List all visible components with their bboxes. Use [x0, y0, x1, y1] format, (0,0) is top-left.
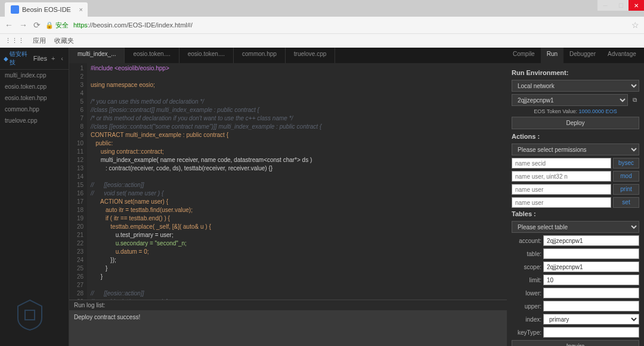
watermark-logo — [12, 297, 48, 334]
action-param-input[interactable] — [512, 184, 611, 195]
code-content[interactable]: #include <eosiolib/eosio.hpp> using name… — [87, 63, 333, 300]
sidebar-file-item[interactable]: common.hpp — [0, 104, 69, 115]
editor-tab[interactable]: eosio.token.... — [179, 48, 234, 63]
window-controls: ─ ☐ ✕ — [597, 0, 644, 11]
editor-tab[interactable]: multi_index_... — [69, 48, 125, 63]
field-label: limit: — [512, 277, 541, 283]
back-icon[interactable]: ← — [5, 20, 13, 30]
collapse-icon[interactable]: ‹ — [59, 55, 65, 62]
table-field-input[interactable] — [543, 301, 639, 311]
tab-close-icon[interactable]: × — [79, 6, 82, 13]
right-tab[interactable]: Run — [541, 48, 564, 63]
table-field-input[interactable] — [543, 235, 639, 246]
secure-badge: 🔒 安全 — [45, 21, 69, 30]
table-field-input[interactable] — [543, 288, 639, 298]
sidebar-file-item[interactable]: eosio.token.cpp — [0, 81, 69, 92]
field-label: lower: — [512, 290, 541, 297]
close-button[interactable]: ✕ — [628, 0, 644, 11]
table-field-select[interactable]: primary — [543, 314, 639, 325]
sidebar-file-item[interactable]: truelove.cpp — [0, 115, 69, 126]
sidebar-header: ◆链安科技 Files + ‹ — [0, 48, 69, 70]
env-title: Run Environment: — [512, 69, 639, 76]
editor-tab[interactable]: common.hpp — [234, 48, 286, 63]
run-panel: Run Environment: Local network 2qjjzepcn… — [507, 63, 644, 346]
copy-icon[interactable]: ⧉ — [630, 95, 639, 105]
tables-title: Tables : — [512, 210, 639, 217]
svg-rect-0 — [25, 310, 35, 320]
deploy-button[interactable]: Deploy — [512, 117, 639, 129]
field-label: upper: — [512, 303, 541, 310]
forward-icon[interactable]: → — [19, 20, 27, 30]
tab-favicon — [11, 5, 19, 14]
run-log: Run log list: Deploy contract success! — [69, 300, 507, 346]
action-button[interactable]: bysec — [613, 158, 639, 169]
permissions-select[interactable]: Please select permissions — [512, 144, 639, 155]
main-panel: multi_index_...eosio.token....eosio.toke… — [69, 48, 507, 346]
line-gutter: 1234567891011121314151617181920212223242… — [69, 63, 87, 300]
reload-icon[interactable]: ⟳ — [33, 20, 41, 30]
action-param-input[interactable] — [512, 158, 611, 169]
field-label: scope: — [512, 264, 541, 270]
sidebar-file-item[interactable]: multi_index.cpp — [0, 70, 69, 81]
bookmark-star-icon[interactable]: ☆ — [631, 20, 639, 30]
right-tab[interactable]: Compile — [507, 48, 541, 63]
table-field-input[interactable] — [543, 275, 639, 285]
inquire-button[interactable]: Inquire — [512, 340, 639, 346]
bookmark-item[interactable]: 收藏夹 — [54, 36, 74, 45]
field-label: index: — [512, 316, 541, 323]
bookmark-bar: ⋮⋮⋮ 应用 收藏夹 — [0, 33, 644, 48]
maximize-button[interactable]: ☐ — [613, 0, 628, 11]
table-field-input[interactable] — [543, 261, 639, 272]
actions-title: Actions : — [512, 133, 639, 140]
add-file-icon[interactable]: + — [49, 55, 57, 62]
field-label: table: — [512, 251, 541, 257]
app-logo: ◆链安科技 — [4, 50, 31, 67]
lock-icon: 🔒 — [45, 21, 54, 29]
network-select[interactable]: Local network — [512, 80, 639, 92]
app-root: ◆链安科技 Files + ‹ multi_index.cppeosio.tok… — [0, 48, 644, 346]
log-header: Run log list: — [69, 300, 507, 310]
url-field[interactable]: https://beosin.com/EOS-IDE/index.html#/ — [73, 21, 627, 29]
action-button[interactable]: mod — [613, 171, 639, 182]
right-panel: CompileRunDebuggerAdvantageSupport Run E… — [507, 48, 644, 346]
editor-tab[interactable]: eosio.token.... — [125, 48, 179, 63]
tab-title: Beosin EOS-IDE — [22, 6, 71, 13]
table-field-input[interactable] — [543, 327, 639, 338]
table-field-input[interactable] — [543, 248, 639, 259]
token-value-label: EOS Token Value: 1000.0000 EOS — [512, 108, 639, 114]
sidebar-file-item[interactable]: eosio.token.hpp — [0, 92, 69, 104]
right-tab[interactable]: Debugger — [564, 48, 602, 63]
bookmark-item[interactable]: 应用 — [33, 36, 46, 45]
action-param-input[interactable] — [512, 197, 611, 208]
log-body: Deploy contract success! — [69, 310, 507, 346]
right-tab-bar: CompileRunDebuggerAdvantageSupport — [507, 48, 644, 63]
action-button[interactable]: print — [613, 184, 639, 195]
action-button[interactable]: set — [613, 197, 639, 208]
apps-icon[interactable]: ⋮⋮⋮ — [5, 37, 24, 45]
table-select[interactable]: Please select table — [512, 221, 639, 233]
browser-chrome: ─ ☐ ✕ Beosin EOS-IDE × ← → ⟳ 🔒 安全 https:… — [0, 0, 644, 33]
browser-tab[interactable]: Beosin EOS-IDE × — [5, 2, 88, 17]
field-label: keyType: — [512, 329, 541, 336]
editor-tab[interactable]: truelove.cpp — [286, 48, 335, 63]
files-label: Files — [33, 55, 47, 62]
address-bar: ← → ⟳ 🔒 安全 https://beosin.com/EOS-IDE/in… — [0, 17, 644, 33]
browser-tab-bar: Beosin EOS-IDE × — [0, 0, 644, 17]
action-param-input[interactable] — [512, 171, 611, 182]
code-editor[interactable]: 1234567891011121314151617181920212223242… — [69, 63, 507, 300]
editor-tab-bar: multi_index_...eosio.token....eosio.toke… — [69, 48, 507, 63]
right-tab[interactable]: Advantage — [602, 48, 642, 63]
account-select[interactable]: 2qjjzepcnpw1 — [512, 94, 628, 106]
field-label: account: — [512, 238, 541, 244]
minimize-button[interactable]: ─ — [597, 0, 613, 11]
